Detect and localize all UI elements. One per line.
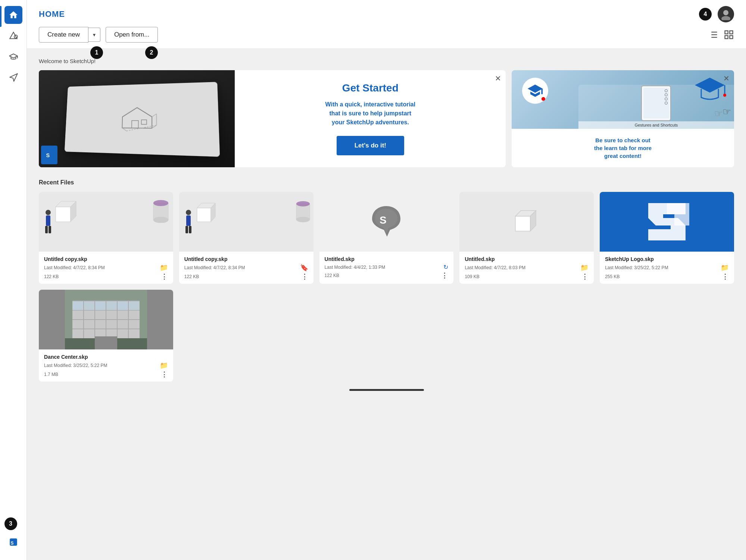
sidebar-item-learn[interactable] bbox=[4, 48, 22, 66]
file-size-4: 255 KB bbox=[605, 274, 619, 279]
file-thumbnail-4 bbox=[600, 192, 734, 252]
annotation-badge-2: 2 bbox=[145, 46, 158, 59]
home-icon bbox=[9, 10, 18, 20]
avatar-icon bbox=[720, 8, 732, 20]
svg-rect-71 bbox=[106, 301, 117, 310]
lets-do-it-button[interactable]: Let's do it! bbox=[337, 136, 404, 155]
header-icons: 4 bbox=[699, 6, 734, 22]
file-card-2[interactable]: S Untitled.skp Last Modified: 4/4/22, 1:… bbox=[319, 192, 454, 284]
create-dropdown-button[interactable]: ▾ bbox=[88, 28, 100, 42]
banner-subtext: With a quick, interactive tutorialthat i… bbox=[325, 100, 415, 127]
sketchup-logo-icon: S bbox=[9, 537, 18, 547]
sidebar-item-campaign[interactable] bbox=[4, 69, 22, 87]
sketchup-logo-color-icon bbox=[637, 196, 697, 248]
person-figure-icon-2 bbox=[183, 209, 194, 235]
svg-rect-70 bbox=[95, 301, 106, 310]
svg-marker-16 bbox=[122, 108, 152, 128]
file-menu-btn-0[interactable]: ⋮ bbox=[161, 273, 168, 280]
folder-icon-dance[interactable]: 📁 bbox=[160, 361, 168, 370]
svg-rect-75 bbox=[95, 336, 117, 349]
svg-point-3 bbox=[723, 10, 728, 15]
open-from-button[interactable]: Open from... bbox=[106, 27, 158, 43]
cylinder-shape-icon-2 bbox=[295, 200, 312, 223]
file-date-dance: Last Modified: 3/25/22, 5:22 PM bbox=[44, 363, 107, 368]
svg-text:S: S bbox=[46, 152, 50, 158]
svg-rect-12 bbox=[730, 31, 733, 34]
banner-learn-text: Be sure to check outthe learn tab for mo… bbox=[518, 136, 728, 160]
large-graduation-icon bbox=[693, 76, 727, 106]
file-info-2: Untitled.skp Last Modified: 4/4/22, 1:33… bbox=[319, 252, 454, 283]
svg-rect-13 bbox=[725, 35, 728, 38]
file-size-1: 122 KB bbox=[184, 274, 199, 279]
graduation-cap-icon bbox=[527, 83, 543, 99]
banner-learn-close-button[interactable]: ✕ bbox=[723, 74, 730, 83]
svg-rect-31 bbox=[46, 215, 50, 226]
file-size-row-1: 122 KB ⋮ bbox=[184, 273, 308, 280]
user-avatar[interactable] bbox=[718, 6, 734, 22]
file-size-row-0: 122 KB ⋮ bbox=[44, 273, 168, 280]
file-size-row-2: 122 KB ⋮ bbox=[325, 272, 449, 279]
file-menu-btn-4[interactable]: ⋮ bbox=[722, 273, 729, 280]
file-name-dance: Dance Center.skp bbox=[44, 354, 168, 360]
file-card-1[interactable]: Untitled copy.skp Last Modified: 4/7/22,… bbox=[179, 192, 313, 284]
file-info-3: Untitled.skp Last Modified: 4/7/22, 8:03… bbox=[459, 252, 594, 284]
svg-line-24 bbox=[122, 128, 127, 131]
sidebar-item-sketchup[interactable]: S bbox=[4, 533, 22, 551]
sketchup-cup-icon: S bbox=[44, 150, 54, 160]
banner-learn: ✕ bbox=[512, 70, 734, 167]
svg-line-22 bbox=[152, 114, 156, 117]
svg-point-40 bbox=[153, 200, 168, 206]
svg-point-41 bbox=[186, 210, 191, 215]
svg-line-17 bbox=[122, 108, 137, 117]
banner-learn-image: ☞ ☞ Gestures and Shortcuts bbox=[512, 70, 734, 129]
create-new-button[interactable]: Create new bbox=[39, 27, 88, 43]
annotation-badge-4: 4 bbox=[699, 8, 712, 21]
file-menu-btn-dance[interactable]: ⋮ bbox=[161, 371, 168, 378]
svg-marker-27 bbox=[695, 78, 725, 93]
folder-icon-4[interactable]: 📁 bbox=[721, 264, 729, 272]
file-info-4: SketchUp Logo.skp Last Modified: 3/25/22… bbox=[600, 252, 734, 284]
file-meta-4: Last Modified: 3/25/22, 5:22 PM 📁 bbox=[605, 264, 729, 272]
folder-icon-3[interactable]: 📁 bbox=[580, 264, 589, 272]
main-content: HOME 4 1 2 Crea bbox=[27, 0, 746, 560]
list-view-button[interactable] bbox=[724, 29, 734, 40]
file-name-1: Untitled copy.skp bbox=[184, 256, 308, 262]
banner-close-button[interactable]: ✕ bbox=[495, 74, 501, 83]
sidebar-item-home[interactable] bbox=[4, 6, 22, 24]
file-card-0[interactable]: Untitled copy.skp Last Modified: 4/7/22,… bbox=[39, 192, 173, 284]
folder-icon-0[interactable]: 📁 bbox=[160, 264, 168, 272]
file-menu-btn-2[interactable]: ⋮ bbox=[441, 272, 448, 279]
files-grid-row2: Dance Center.skp Last Modified: 3/25/22,… bbox=[39, 290, 734, 382]
header: HOME 4 1 2 Crea bbox=[27, 0, 746, 49]
file-size-3: 109 KB bbox=[465, 274, 479, 279]
file-size-row-3: 109 KB ⋮ bbox=[465, 273, 589, 280]
house-wireframe-icon bbox=[115, 102, 159, 136]
file-date-0: Last Modified: 4/7/22, 8:34 PM bbox=[44, 265, 105, 270]
annotation-badge-1: 1 bbox=[90, 46, 103, 59]
file-card-3[interactable]: Untitled.skp Last Modified: 4/7/22, 8:03… bbox=[459, 192, 594, 284]
file-card-dance-center[interactable]: Dance Center.skp Last Modified: 3/25/22,… bbox=[39, 290, 173, 382]
folder-icon-1[interactable]: 🔖 bbox=[300, 264, 308, 272]
svg-text:S: S bbox=[380, 214, 387, 226]
sidebar-item-shapes[interactable] bbox=[4, 27, 22, 45]
svg-rect-33 bbox=[49, 226, 51, 233]
file-menu-btn-1[interactable]: ⋮ bbox=[301, 273, 308, 280]
file-menu-btn-3[interactable]: ⋮ bbox=[581, 273, 589, 280]
filter-view-button[interactable] bbox=[708, 29, 718, 40]
svg-marker-53 bbox=[515, 216, 530, 231]
file-size-0: 122 KB bbox=[44, 274, 59, 279]
svg-rect-42 bbox=[186, 215, 191, 226]
svg-rect-44 bbox=[189, 226, 191, 233]
svg-rect-73 bbox=[129, 301, 139, 310]
file-info-1: Untitled copy.skp Last Modified: 4/7/22,… bbox=[179, 252, 313, 284]
files-grid-row1: Untitled copy.skp Last Modified: 4/7/22,… bbox=[39, 192, 734, 284]
svg-rect-72 bbox=[118, 301, 128, 310]
file-name-2: Untitled.skp bbox=[325, 256, 449, 262]
file-size-row-dance: 1.7 MB ⋮ bbox=[44, 371, 168, 378]
content-area: Welcome to SketchUp! ✕ S bbox=[27, 49, 746, 400]
svg-point-4 bbox=[721, 16, 730, 20]
file-meta-dance: Last Modified: 3/25/22, 5:22 PM 📁 bbox=[44, 361, 168, 370]
svg-text:S: S bbox=[10, 541, 13, 546]
sync-icon-2[interactable]: ↻ bbox=[443, 264, 448, 271]
file-card-4[interactable]: SketchUp Logo.skp Last Modified: 3/25/22… bbox=[600, 192, 734, 284]
